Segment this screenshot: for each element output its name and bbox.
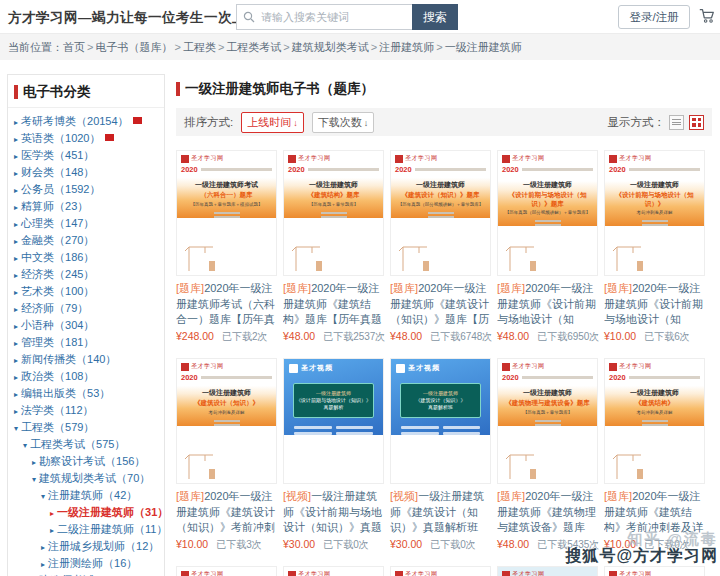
sidebar-category-item[interactable]: ▸艺术类（100） bbox=[8, 283, 164, 300]
product-card[interactable]: 圣才视频 一级注册建筑师 《建筑设计（知识）》 真题解析班 [视频]一级注册建筑… bbox=[390, 358, 491, 552]
cover-logo-text: 圣才视频 bbox=[408, 363, 440, 373]
sidebar-category-item[interactable]: ▸考研考博类（20154） bbox=[8, 113, 164, 130]
search-button[interactable]: 搜索 bbox=[412, 4, 458, 30]
sidebar-category-item[interactable]: ▸勘察设计考试（156） bbox=[8, 453, 164, 470]
sidebar-category-item[interactable]: ▸小语种（304） bbox=[8, 317, 164, 334]
sidebar-category-item[interactable]: ▾工程类考试（575） bbox=[8, 436, 164, 453]
sidebar-category-item[interactable]: ▸二级注册建筑师（11） bbox=[8, 521, 164, 538]
search-input[interactable] bbox=[259, 10, 406, 24]
site-logo: 方才学习网—竭力让每一位考生一次上岸 bbox=[8, 9, 260, 27]
sidebar-category-item[interactable]: ▾工程类（579） bbox=[8, 419, 164, 436]
product-card[interactable]: 圣才学习网 2020 bbox=[497, 566, 598, 576]
product-title[interactable]: [题库]2020年一级注册建筑师《设计前期与场地设计（知 bbox=[604, 281, 705, 328]
product-card[interactable]: 圣才学习网 2020 bbox=[176, 566, 277, 576]
tree-arrow-icon: ▸ bbox=[14, 118, 18, 127]
cover-author-bars bbox=[498, 220, 597, 226]
breadcrumb-item[interactable]: 注册建筑师 bbox=[379, 41, 434, 53]
breadcrumb-item[interactable]: 一级注册建筑师 bbox=[445, 41, 522, 53]
product-card[interactable]: 圣才学习网 2020 一级注册建筑师 《建筑物理与建筑设备》题库 【历年真题＋章… bbox=[497, 358, 598, 552]
product-title[interactable]: [题库]2020年一级注册建筑师《建筑设计（知识）》题库【历 bbox=[390, 281, 491, 328]
product-type-tag: [题库] bbox=[283, 282, 311, 294]
product-card[interactable]: 圣才学习网 2020 一级注册建筑师 《建筑设计（知识）》题库 【历年真题（部分… bbox=[390, 150, 491, 344]
breadcrumb-separator: > bbox=[371, 41, 377, 53]
sidebar-category-item[interactable]: ▸编辑出版类（53） bbox=[8, 385, 164, 402]
sidebar-category-item[interactable]: ▸公务员（1592） bbox=[8, 181, 164, 198]
grid-view-icon[interactable] bbox=[689, 115, 704, 130]
breadcrumb-item[interactable]: 首页 bbox=[63, 41, 85, 53]
breadcrumb-separator: > bbox=[283, 41, 289, 53]
tree-arrow-icon: ▸ bbox=[32, 458, 36, 467]
sidebar-category-item[interactable]: ▸金融类（270） bbox=[8, 232, 164, 249]
product-card[interactable]: 圣才学习网 2020 bbox=[390, 566, 491, 576]
cover-logo-text: 圣才学习网 bbox=[405, 570, 438, 576]
product-title[interactable]: [题库]2020年一级注册建筑师《建筑结构》题库【历年真题 bbox=[283, 281, 384, 328]
sidebar-title: 电子书分类 bbox=[8, 75, 164, 108]
sidebar-category-item[interactable]: ▾建筑规划类考试（70） bbox=[8, 470, 164, 487]
sort-by-downloads-button[interactable]: 下载次数↓ bbox=[312, 112, 375, 133]
sidebar-category-item[interactable]: ▸一级注册建筑师（31） bbox=[8, 504, 164, 521]
download-count: 已下载6748次 bbox=[430, 330, 492, 344]
sidebar-category-item[interactable]: ▸注册测绘师（16） bbox=[8, 555, 164, 572]
sidebar-category-item[interactable]: ▸精算师（23） bbox=[8, 198, 164, 215]
shengcai-video-logo-icon bbox=[396, 364, 405, 373]
sidebar-category-item[interactable]: ▸中文类（186） bbox=[8, 249, 164, 266]
cover-year: 2020 bbox=[502, 165, 519, 174]
sidebar-category-item[interactable]: ▸经济师（79） bbox=[8, 300, 164, 317]
product-card[interactable]: 圣才学习网 2020 一级注册建筑师 《设计前期与场地设计（知识）》题库 【历年… bbox=[497, 150, 598, 344]
shengcai-logo-icon bbox=[181, 363, 189, 371]
product-title[interactable]: [题库]2020年一级注册建筑师《建筑设计（知识）》考前冲刺 bbox=[176, 489, 277, 536]
product-card[interactable]: 圣才学习网 2020 一级注册建筑师 《建筑设计（知识）》 考前冲刺卷及详解 [… bbox=[176, 358, 277, 552]
breadcrumb-item[interactable]: 建筑规划类考试 bbox=[292, 41, 369, 53]
category-label: 考研考博类（20154） bbox=[21, 115, 129, 127]
sidebar-category-item[interactable]: ▸财会类（148） bbox=[8, 164, 164, 181]
shengcai-video-logo-icon bbox=[289, 364, 298, 373]
product-card[interactable]: 圣才视频 一级注册建筑师 《设计前期与场地设计（知识）》 真题解析 [视频]一级… bbox=[283, 358, 384, 552]
product-title[interactable]: [题库]2020年一级注册建筑师《建筑结构》考前冲刺卷及详 bbox=[604, 489, 705, 536]
shengcai-logo-icon bbox=[395, 155, 403, 163]
product-title[interactable]: [题库]2020年一级注册建筑师《建筑物理与建筑设备》题库 bbox=[497, 489, 598, 536]
product-title[interactable]: [视频]一级注册建筑师《建筑设计（知识）》真题解析班 bbox=[390, 489, 491, 536]
product-card[interactable]: 圣才学习网 2020 一级注册建筑师考试 （六科合一）题库 【历年真题＋章节题库… bbox=[176, 150, 277, 344]
sidebar-category-item[interactable]: ▸法学类（112） bbox=[8, 402, 164, 419]
breadcrumb-item[interactable]: 工程类 bbox=[183, 41, 216, 53]
cart-icon[interactable] bbox=[698, 7, 716, 29]
category-label: 小语种（304） bbox=[21, 319, 94, 331]
product-title[interactable]: [题库]2020年一级注册建筑师《设计前期与场地设计（知 bbox=[497, 281, 598, 328]
tree-arrow-icon: ▸ bbox=[14, 203, 18, 212]
video-title-line2: 《设计前期与场地设计（知识）》 bbox=[296, 397, 371, 404]
product-card[interactable]: 圣才学习网 2020 bbox=[604, 566, 705, 576]
download-count: 已下载6次 bbox=[644, 330, 690, 344]
shengcai-logo-icon bbox=[502, 571, 510, 576]
category-label: 财会类（148） bbox=[21, 166, 94, 178]
list-view-icon[interactable] bbox=[669, 115, 684, 130]
product-card[interactable]: 圣才学习网 2020 一级注册建筑师 《建筑结构》 考前冲刺卷及详解 [题库]2… bbox=[604, 358, 705, 552]
cover-logo-text: 圣才学习网 bbox=[298, 154, 331, 163]
breadcrumb-item[interactable]: 工程类考试 bbox=[226, 41, 281, 53]
sidebar-category-item[interactable]: ▸注册城乡规划师（12） bbox=[8, 538, 164, 555]
page-title-text: 一级注册建筑师电子书（题库） bbox=[185, 80, 374, 98]
tree-arrow-icon: ▸ bbox=[14, 152, 18, 161]
book-cover: 圣才学习网 2020 bbox=[604, 566, 705, 576]
cover-year: 2020 bbox=[395, 165, 412, 174]
sidebar-category-item[interactable]: ▾注册建筑师（42） bbox=[8, 487, 164, 504]
product-type-tag: [题库] bbox=[497, 282, 525, 294]
sidebar-category-item[interactable]: ▸管理类（181） bbox=[8, 334, 164, 351]
sidebar-category-item[interactable]: ▸医学类（451） bbox=[8, 147, 164, 164]
sidebar-category-item[interactable]: ▸建造师考试（115） bbox=[8, 572, 164, 576]
product-card[interactable]: 圣才学习网 2020 一级注册建筑师 《设计前期与场地设计（知识）》 考前冲刺卷… bbox=[604, 150, 705, 344]
breadcrumb-item[interactable]: 电子书（题库） bbox=[95, 41, 172, 53]
tree-arrow-icon: ▸ bbox=[14, 390, 18, 399]
sidebar-category-item[interactable]: ▸心理类（147） bbox=[8, 215, 164, 232]
sidebar-category-item[interactable]: ▸经济类（245） bbox=[8, 266, 164, 283]
product-title[interactable]: [视频]一级注册建筑师《设计前期与场地设计（知识）》真题 bbox=[283, 489, 384, 536]
cover-author-bars bbox=[605, 420, 704, 426]
sort-by-time-button[interactable]: 上线时间↓ bbox=[241, 112, 304, 133]
product-title[interactable]: [题库]2020年一级注册建筑师考试（六科合一）题库【历年真 bbox=[176, 281, 277, 328]
product-card[interactable]: 圣才学习网 2020 bbox=[283, 566, 384, 576]
sidebar-category-item[interactable]: ▸英语类（1020） bbox=[8, 130, 164, 147]
sidebar-category-item[interactable]: ▸新闻传播类（140） bbox=[8, 351, 164, 368]
login-register-button[interactable]: 登录/注册 bbox=[618, 5, 690, 29]
product-card[interactable]: 圣才学习网 2020 一级注册建筑师 《建筑结构》题库 【历年真题＋章节题库】 … bbox=[283, 150, 384, 344]
product-type-tag: [视频] bbox=[283, 490, 311, 502]
sidebar-category-item[interactable]: ▸政治类（108） bbox=[8, 368, 164, 385]
